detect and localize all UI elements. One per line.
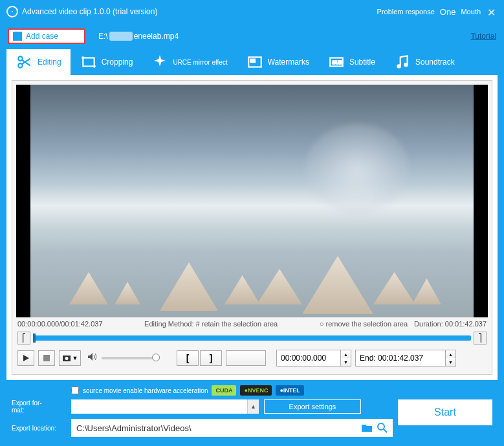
mark-in-button[interactable]: ⎡	[17, 332, 30, 345]
tab-label: Subtitle	[349, 58, 375, 67]
add-case-label: Add case	[26, 32, 58, 41]
svg-rect-9	[43, 355, 50, 361]
hw-accel-row: source movie enable hardware acceleratio…	[12, 385, 492, 396]
blank-button[interactable]	[226, 350, 266, 366]
app-icon	[6, 6, 18, 17]
dropdown-arrow-icon[interactable]: ▲	[247, 399, 259, 414]
hw-accel-checkbox[interactable]	[71, 387, 79, 394]
path-prefix: E:\	[98, 32, 108, 41]
add-case-button[interactable]: Add case	[8, 28, 85, 44]
svg-text:SUB: SUB	[332, 59, 342, 65]
end-time-field[interactable]: End: 00:01:42.037	[355, 350, 446, 366]
video-preview[interactable]	[16, 85, 488, 317]
start-label: Start	[434, 407, 456, 418]
set-start-button[interactable]: [	[177, 350, 199, 366]
start-button[interactable]: Start	[398, 399, 492, 425]
add-case-icon	[13, 32, 22, 41]
svg-point-12	[378, 423, 384, 430]
start-time-spinner[interactable]: ▲▼	[341, 350, 351, 366]
method-retain[interactable]: Editing Method: # retain the selection a…	[109, 320, 313, 328]
path-blur	[109, 32, 133, 41]
info-row: 00:00:00.000/00:01:42.037 Editing Method…	[16, 317, 488, 330]
main-panel: 00:00:00.000/00:01:42.037 Editing Method…	[6, 75, 498, 380]
crop-icon	[80, 54, 98, 70]
tab-label: URCE mirror effect	[173, 59, 227, 66]
timeline-playhead[interactable]	[33, 334, 36, 343]
tab-watermarks[interactable]: Watermarks	[237, 49, 318, 75]
toolbar: Add case E:\ eneelab.mp4 Tutorial	[0, 23, 504, 49]
set-end-button[interactable]: ]	[200, 350, 222, 366]
method-remove[interactable]: ○ remove the selection area	[320, 320, 408, 328]
start-time-field[interactable]: 00:00:00.000	[276, 350, 341, 366]
snapshot-button[interactable]: ▼	[59, 350, 81, 366]
tab-label: Editing	[38, 58, 61, 67]
file-path: E:\ eneelab.mp4	[98, 32, 179, 41]
tab-label: Cropping	[102, 58, 133, 67]
tab-effects[interactable]: URCE mirror effect	[142, 49, 236, 75]
export-format-label: Export for- mat:	[12, 399, 66, 414]
volume-slider[interactable]	[102, 357, 160, 359]
svg-point-7	[397, 65, 400, 67]
tab-cropping[interactable]: Cropping	[71, 49, 142, 75]
cuda-badge: CUDA	[212, 385, 236, 396]
problem-response-link[interactable]: Problem response	[377, 8, 435, 16]
bottom-panel: source movie enable hardware acceleratio…	[0, 380, 504, 445]
app-title: Advanced video clip 1.0.0 (trial version…	[22, 7, 157, 16]
controls: ▼ [ ] 00:00:00.000 ▲▼ End: 00:01:42.037 …	[16, 346, 488, 370]
export-format-select[interactable]: ▲	[71, 399, 259, 414]
svg-point-11	[65, 357, 68, 360]
export-location-row: Export location:	[12, 419, 393, 437]
tab-label: Soundtrack	[415, 58, 455, 67]
nvenc-badge: ● NVENC	[240, 385, 272, 396]
scissors-icon	[16, 54, 34, 70]
sparkle-icon	[151, 54, 169, 70]
tab-editing[interactable]: Editing	[6, 49, 71, 75]
tabs: Editing Cropping URCE mirror effect Wate…	[0, 49, 504, 75]
timeline[interactable]	[33, 335, 471, 341]
music-icon	[393, 54, 411, 70]
mouth-link[interactable]: Mouth	[461, 8, 481, 16]
titlebar: Advanced video clip 1.0.0 (trial version…	[0, 0, 504, 23]
one-link[interactable]: One	[440, 7, 456, 17]
export-location-label: Export location:	[12, 425, 66, 432]
play-button[interactable]	[17, 350, 34, 366]
svg-rect-4	[250, 59, 255, 62]
end-time-spinner[interactable]: ▲▼	[446, 350, 456, 366]
close-icon[interactable]: ✕	[487, 6, 498, 17]
watermark-icon	[246, 54, 264, 70]
search-icon[interactable]	[375, 420, 390, 436]
subtitle-icon: SUB	[327, 54, 345, 70]
preview-wrap: 00:00:00.000/00:01:42.037 Editing Method…	[12, 80, 492, 375]
folder-icon[interactable]	[359, 420, 375, 436]
position-text: 00:00:00.000/00:01:42.037	[17, 320, 103, 328]
stop-button[interactable]	[38, 350, 55, 366]
tab-label: Watermarks	[268, 58, 309, 67]
mark-out-button[interactable]: ⎤	[474, 332, 487, 345]
svg-rect-2	[83, 58, 94, 67]
export-settings-button[interactable]: Export settings	[264, 399, 361, 414]
timeline-row: ⎡ ⎤	[16, 330, 488, 346]
export-format-row: Export for- mat: ▲ Export settings	[12, 399, 393, 414]
path-suffix: eneelab.mp4	[134, 32, 179, 41]
export-location-input[interactable]	[71, 419, 359, 437]
svg-point-8	[404, 63, 407, 66]
intel-badge: ● INTEL	[276, 385, 303, 396]
duration-text: Duration: 00:01:42.037	[414, 320, 487, 328]
tab-soundtrack[interactable]: Soundtrack	[384, 49, 464, 75]
volume-icon[interactable]	[87, 352, 98, 364]
tutorial-link[interactable]: Tutorial	[470, 32, 496, 41]
tab-subtitle[interactable]: SUB Subtitle	[318, 49, 384, 75]
hw-accel-text: source movie enable hardware acceleratio…	[83, 387, 208, 394]
